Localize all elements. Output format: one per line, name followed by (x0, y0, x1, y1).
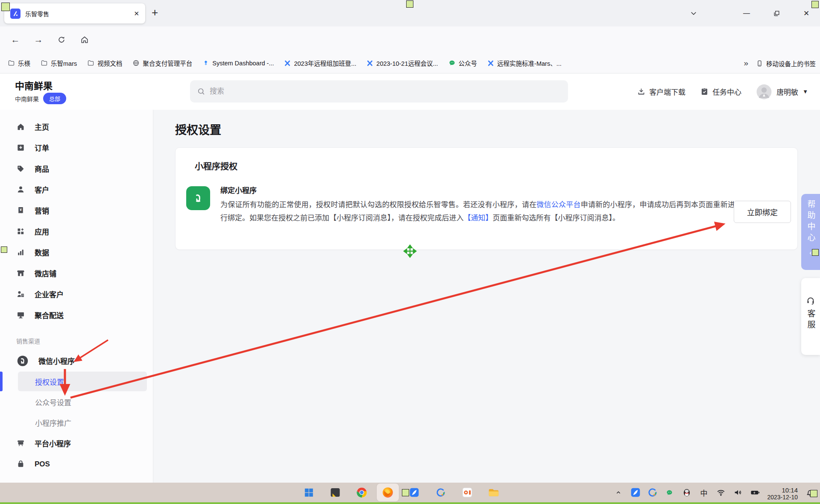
sidebar-subitem[interactable]: 公众号设置 (0, 392, 153, 412)
sidebar-subitem[interactable]: 小程序推广 (0, 412, 153, 433)
card-heading: 小程序授权 (195, 160, 237, 172)
jira-icon (202, 60, 209, 67)
customer-service-label: 客服 (805, 309, 817, 331)
tray-wing[interactable] (630, 487, 641, 498)
tray-battery[interactable] (749, 487, 761, 498)
sidebar-item-platform[interactable]: 平台小程序 (0, 433, 153, 454)
sidebar-item-orders[interactable]: 订单 (0, 137, 153, 158)
annotation-square (811, 1, 819, 8)
firefox-icon (381, 486, 394, 499)
sidebar-item-pos[interactable]: POS (0, 454, 153, 475)
annotation-square (402, 489, 409, 496)
bookmark-item[interactable]: 2023-10-21远程会议... (366, 59, 438, 67)
tab-close-icon[interactable]: ✕ (134, 10, 139, 18)
user-name: 唐明敏 (776, 86, 798, 97)
forward-icon[interactable]: → (30, 26, 47, 53)
reload-icon[interactable] (53, 26, 70, 53)
taskbar-app-chatapp[interactable] (433, 485, 448, 501)
tab-title: 乐智零售 (25, 9, 134, 18)
chatapp-icon (435, 487, 446, 498)
authorization-card: 小程序授权 绑定小程序 为保证所有功能的正常使用，授权时请把默认勾选的权限授权给… (175, 147, 798, 250)
sidebar-item-enterprise[interactable]: 企业客户 (0, 284, 153, 305)
page-title: 授权设置 (175, 121, 221, 138)
site-favicon (10, 9, 20, 19)
sidebar-item-data[interactable]: 数据 (0, 242, 153, 263)
search-input[interactable] (210, 87, 561, 96)
sidebar-item-marketing[interactable]: ¥营销 (0, 200, 153, 221)
tray-chatapp[interactable] (647, 487, 658, 498)
window-restore-button[interactable] (767, 0, 786, 26)
apps-icon (16, 227, 25, 236)
inline-link[interactable]: 微信公众平台 (536, 201, 580, 209)
taskbar-app-terminal[interactable] (327, 485, 343, 501)
back-icon[interactable]: ← (7, 26, 24, 53)
home-icon[interactable] (76, 26, 93, 53)
taskbar: 中10:142023-12-10 (0, 483, 820, 502)
taskbar-app-photos[interactable] (459, 485, 475, 501)
bookmark-item[interactable]: 乐智mars (41, 59, 77, 67)
terminal-icon (329, 486, 341, 498)
taskbar-clock[interactable]: 10:142023-12-10 (767, 483, 798, 502)
tray-qq[interactable] (681, 487, 692, 498)
bookmark-item[interactable]: 乐檨 (8, 59, 30, 67)
annotation-square (1, 246, 7, 253)
pos-icon (16, 460, 25, 469)
sidebar-item-delivery[interactable]: 聚合配送 (0, 305, 153, 325)
bookmark-item[interactable]: 公众号 (448, 59, 477, 67)
folder-icon (8, 59, 15, 67)
client-download-button[interactable]: 客户端下载 (637, 86, 685, 97)
bind-now-button[interactable]: 立即绑定 (734, 201, 791, 223)
bookmark-item[interactable]: System Dashboard -... (202, 60, 274, 67)
help-center-tab[interactable]: 帮助中心 ‹ (801, 194, 820, 270)
bookmarks-bar: 乐檨乐智mars视频文档聚合支付管理平台System Dashboard -..… (0, 53, 820, 73)
user-menu[interactable]: 唐明敏 ▼ (756, 84, 808, 100)
customer-service-tab[interactable]: 客服 (801, 278, 820, 355)
collapse-chevron-icon[interactable]: ‹ (809, 249, 812, 257)
tray-wechat[interactable] (664, 487, 675, 498)
annotation-square (1, 3, 10, 11)
taskbar-firefox-active[interactable] (377, 483, 399, 501)
taskbar-app-chrome[interactable] (354, 485, 369, 501)
taskbar-app-folderapp[interactable] (486, 485, 501, 501)
phone-icon (756, 60, 763, 67)
ime-indicator[interactable]: 中 (698, 487, 709, 498)
miniprogram-icon (186, 186, 210, 210)
xapp-icon (366, 60, 373, 67)
delivery-icon (16, 311, 25, 319)
browser-tab[interactable]: 乐智零售 ✕ (4, 3, 145, 23)
bookmark-item[interactable]: 远程实施标准-Mars、... (487, 59, 562, 67)
clipboard-check-icon (700, 87, 709, 96)
mobile-bookmarks[interactable]: 移动设备上的书签 (756, 59, 816, 68)
goods-icon (16, 164, 25, 173)
annotation-square (406, 0, 413, 8)
bookmark-item[interactable]: 聚合支付管理平台 (132, 59, 192, 67)
sidebar-item-store[interactable]: 微店铺 (0, 263, 153, 284)
new-tab-button[interactable]: + (152, 6, 158, 19)
list-all-tabs-icon[interactable] (683, 0, 704, 26)
taskbar-app-windows[interactable] (301, 485, 316, 501)
sidebar-item-customer[interactable]: 客户 (0, 179, 153, 200)
svg-text:¥: ¥ (20, 208, 22, 212)
task-center-button[interactable]: 任务中心 (700, 86, 741, 97)
bookmark-item[interactable]: 视频文档 (87, 59, 122, 67)
tray-wifi[interactable] (715, 487, 726, 498)
sidebar-item-goods[interactable]: 商品 (0, 158, 153, 179)
windows-icon (303, 487, 314, 498)
tray-trayup[interactable] (612, 487, 624, 498)
search-icon (197, 87, 205, 96)
browser-toolbar: ← → https://xxvceje4cniyr6gqyst8.shopmar… (0, 26, 820, 53)
photos-icon (461, 486, 473, 498)
sidebar-section-label: 销售渠道 (0, 325, 153, 350)
window-minimize-button[interactable]: — (737, 0, 756, 26)
sidebar-item-apps[interactable]: 应用 (0, 221, 153, 242)
sidebar-item-home[interactable]: 主页 (0, 116, 153, 137)
bookmarks-overflow-icon[interactable]: » (744, 59, 748, 68)
sidebar-subitem[interactable]: 授权设置 (0, 371, 153, 392)
sidebar-item-wechatmini[interactable]: 微信小程序 (0, 350, 153, 371)
paragraph-text: 页面重新勾选所有【小程序订阅消息】。 (493, 214, 620, 222)
inline-link[interactable]: 【通知】 (464, 214, 493, 222)
global-search[interactable] (190, 80, 568, 103)
bookmark-item[interactable]: 2023年远程组加班登... (284, 59, 356, 67)
tray-volume[interactable] (732, 487, 744, 498)
avatar (756, 84, 772, 100)
